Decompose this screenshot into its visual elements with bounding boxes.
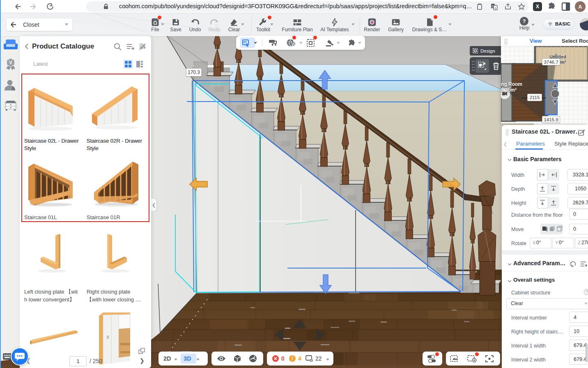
svg-text:V: V [9, 60, 12, 65]
svg-text:a: a [494, 6, 496, 10]
